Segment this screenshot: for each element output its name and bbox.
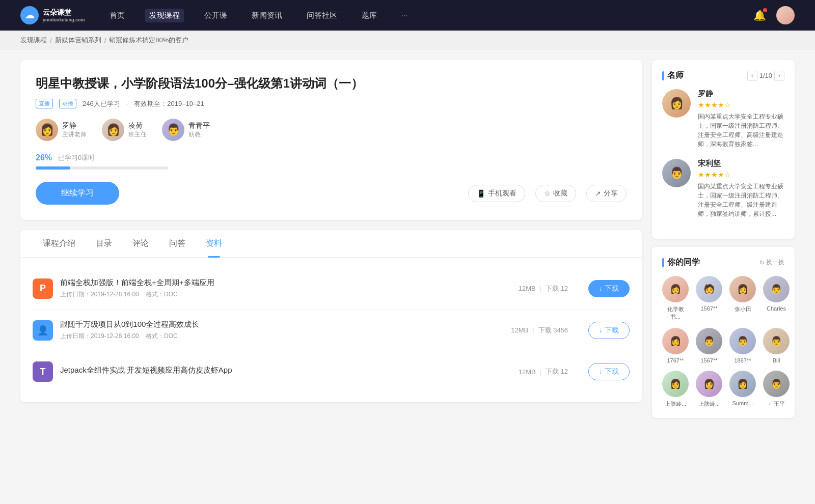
- sidebar-teacher-2-info: 宋利坚 ★★★★☆ 国内某重点大学安全工程专业硕士，国家一级注册消防工程师、注册…: [698, 159, 784, 218]
- page-next-btn[interactable]: ›: [774, 71, 784, 81]
- tab-qa[interactable]: 问答: [159, 230, 196, 257]
- teachers-sidebar-title: 名师: [662, 70, 684, 81]
- classmate-2-avatar: 🧑: [696, 276, 722, 302]
- downloads-2: 下载 3456: [538, 326, 568, 335]
- refresh-label: 换一换: [766, 258, 784, 267]
- teacher-1-info: 罗静 主讲老师: [62, 121, 87, 139]
- tabs-content: P 前端全栈加强版！前端全栈+全周期+多端应用 上传日期：2019-12-28 …: [20, 258, 642, 402]
- classmate-9[interactable]: 👩 上肤岭...: [662, 371, 689, 408]
- nav-qa[interactable]: 问答社区: [303, 9, 341, 22]
- main-container: 明星中教授课，小学阶段语法100分–强化级第1讲动词（一） 直播 录播 246人…: [0, 50, 815, 436]
- user-avatar-header[interactable]: [776, 6, 795, 24]
- nav-news[interactable]: 新闻资讯: [248, 9, 286, 22]
- resource-icon-1: P: [33, 278, 53, 299]
- classmate-3-name: 张小田: [735, 305, 751, 313]
- progress-section: 26% 已学习0课时: [36, 153, 627, 170]
- classmate-12[interactable]: 👨 ←王平: [763, 371, 790, 408]
- dot-sep: ·: [126, 100, 128, 107]
- classmate-11[interactable]: 👩 Summ...: [729, 371, 756, 408]
- continue-study-button[interactable]: 继续学习: [36, 182, 119, 205]
- classmate-7-name: 1867**: [734, 357, 751, 363]
- classmate-3[interactable]: 👩 张小田: [729, 276, 756, 321]
- sidebar-teacher-1: 👩 罗静 ★★★★☆ 国内某重点大学安全工程专业硕士，国家一级注册消防工程师、注…: [662, 89, 784, 149]
- classmate-8[interactable]: 👨 Bill: [763, 328, 790, 363]
- tab-comments[interactable]: 评论: [122, 230, 159, 257]
- classmate-1-avatar: 👩: [662, 276, 689, 302]
- classmate-1[interactable]: 👩 化学教书...: [662, 276, 689, 321]
- course-meta: 直播 录播 246人已学习 · 有效期至：2019–10–21: [36, 99, 627, 108]
- classmate-8-name: Bill: [773, 357, 780, 363]
- download-button-1[interactable]: ↓ 下载: [588, 280, 630, 297]
- resource-icon-2: 👤: [33, 320, 53, 341]
- size-3: 12MB: [519, 368, 536, 376]
- tab-intro[interactable]: 课程介绍: [33, 230, 86, 257]
- classmate-3-avatar: 👩: [729, 276, 756, 302]
- teacher-1-role: 主讲老师: [62, 130, 87, 139]
- teacher-3-info: 青青平 助教: [188, 121, 210, 139]
- breadcrumb-item-1[interactable]: 发现课程: [20, 36, 47, 45]
- resource-icon-3: T: [33, 361, 53, 382]
- classmate-2-name: 1567**: [700, 305, 717, 312]
- sidebar-teacher-1-info: 罗静 ★★★★☆ 国内某重点大学安全工程专业硕士，国家一级注册消防工程师、注册安…: [698, 89, 784, 149]
- logo-main-text: 云朵课堂: [43, 8, 85, 17]
- teacher-1: 👩 罗静 主讲老师: [36, 119, 87, 141]
- nav-more[interactable]: ···: [397, 9, 412, 22]
- classmate-10-name: 上肤岭...: [698, 400, 720, 408]
- collect-button[interactable]: ☆ 收藏: [535, 185, 576, 202]
- classmate-7[interactable]: 👨 1867**: [729, 328, 756, 363]
- breadcrumb: 发现课程 / 新媒体营销系列 / 销冠修炼术搞定80%的客户: [0, 31, 815, 50]
- classmate-10[interactable]: 👩 上肤岭...: [696, 371, 722, 408]
- mobile-watch-button[interactable]: 📱 手机观看: [468, 185, 525, 202]
- resource-title-3: Jetpack全组件实战 开发短视频应用高仿皮皮虾App: [60, 366, 498, 375]
- sidebar-teacher-1-name: 罗静: [698, 89, 784, 99]
- header: ☁ 云朵课堂 yunduoketang.com 首页 发现课程 公开课 新闻资讯…: [0, 0, 815, 31]
- sidebar-teacher-2: 👨 宋利坚 ★★★★☆ 国内某重点大学安全工程专业硕士，国家一级注册消防工程师、…: [662, 159, 784, 218]
- classmate-12-name: ←王平: [768, 400, 785, 408]
- breadcrumb-item-2[interactable]: 新媒体营销系列: [55, 36, 101, 45]
- sidebar-teacher-2-avatar: 👨: [662, 159, 691, 187]
- content-right: 名师 ‹ 1/10 › 👩 罗静 ★★★★☆ 国内某重点大: [652, 60, 795, 426]
- classmate-2[interactable]: 🧑 1567**: [696, 276, 722, 321]
- breadcrumb-sep-1: /: [50, 37, 52, 44]
- download-button-3[interactable]: ↓ 下载: [588, 363, 630, 380]
- notification-dot: [763, 8, 767, 12]
- refresh-button[interactable]: ↻ 换一换: [759, 258, 784, 267]
- collect-label: 收藏: [553, 189, 567, 198]
- teacher-2-info: 凌荷 班主任: [128, 121, 147, 139]
- size-2: 12MB: [511, 326, 528, 334]
- classmate-5[interactable]: 👩 1767**: [662, 328, 689, 363]
- action-row: 继续学习 📱 手机观看 ☆ 收藏 ↗ 分享: [36, 182, 627, 205]
- nav-questions[interactable]: 题库: [358, 9, 381, 22]
- resource-meta-2: 上传日期：2019-12-28 16:00 格式：DOC: [60, 332, 491, 341]
- star-icon: ☆: [544, 189, 551, 198]
- nav-open[interactable]: 公开课: [200, 9, 231, 22]
- tab-resources[interactable]: 资料: [196, 230, 232, 257]
- size-1: 12MB: [519, 285, 536, 292]
- breadcrumb-sep-2: /: [104, 37, 106, 44]
- sidebar-teacher-2-stars: ★★★★☆: [698, 171, 784, 179]
- bell-icon[interactable]: 🔔: [753, 9, 766, 21]
- teachers-row: 👩 罗静 主讲老师 👩 凌荷 班主任: [36, 119, 627, 141]
- share-button[interactable]: ↗ 分享: [586, 185, 627, 202]
- nav-home[interactable]: 首页: [105, 9, 129, 22]
- teacher-1-name: 罗静: [62, 121, 87, 130]
- progress-percent: 26%: [36, 153, 52, 162]
- classmate-9-name: 上肤岭...: [665, 400, 686, 408]
- nav-discover[interactable]: 发现课程: [145, 9, 184, 22]
- classmate-4[interactable]: 👨 Charles: [763, 276, 790, 321]
- main-nav: 首页 发现课程 公开课 新闻资讯 问答社区 题库 ···: [105, 9, 733, 22]
- progress-bar: [36, 166, 168, 170]
- classmate-6[interactable]: 👨 1567**: [696, 328, 722, 363]
- tab-catalog[interactable]: 目录: [86, 230, 122, 257]
- resource-stats-2: 12MB | 下载 3456: [511, 326, 568, 335]
- format-1: 格式：DOC: [146, 291, 178, 298]
- share-label: 分享: [604, 189, 618, 198]
- page-nav: ‹ 1/10 ›: [747, 71, 784, 81]
- teacher-3-name: 青青平: [188, 121, 210, 130]
- download-button-2[interactable]: ↓ 下载: [588, 322, 630, 339]
- classmate-5-name: 1767**: [667, 357, 684, 363]
- page-prev-btn[interactable]: ‹: [747, 71, 757, 81]
- classmate-7-avatar: 👨: [729, 328, 756, 354]
- progress-label: 26% 已学习0课时: [36, 153, 627, 162]
- logo[interactable]: ☁ 云朵课堂 yunduoketang.com: [20, 6, 85, 24]
